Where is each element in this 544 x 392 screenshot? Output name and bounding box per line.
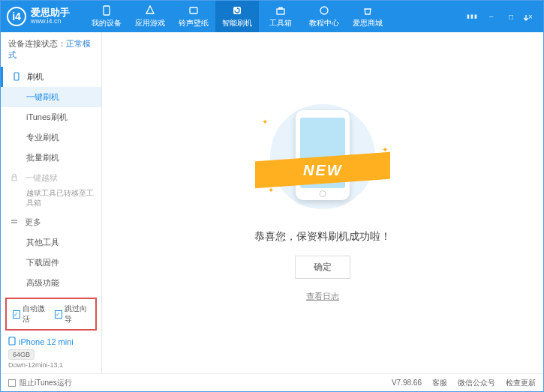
nav-label: 铃声壁纸 xyxy=(179,18,209,28)
success-illustration: ✦ ✦ ✦ NEW xyxy=(259,104,386,217)
nav-apps[interactable]: 应用游戏 xyxy=(128,1,172,32)
sidebar-item-itunes[interactable]: iTunes刷机 xyxy=(1,107,101,127)
titlebar: i4 爱思助手 www.i4.cn 我的设备 应用游戏 铃声壁纸 智能刷机 xyxy=(1,1,543,32)
ringtone-icon xyxy=(188,4,200,16)
sparkle-icon: ✦ xyxy=(262,118,268,126)
footer: 阻止iTunes运行 V7.98.66 客服 微信公众号 检查更新 xyxy=(1,373,543,391)
checkbox-label: 阻止iTunes运行 xyxy=(20,378,72,388)
app-window: i4 爱思助手 www.i4.cn 我的设备 应用游戏 铃声壁纸 智能刷机 xyxy=(0,0,544,392)
user-circle-button[interactable] xyxy=(516,40,533,56)
phone-small-icon xyxy=(12,72,21,82)
checkbox-icon: ✓ xyxy=(55,310,62,319)
connection-status: 设备连接状态：正常模式 xyxy=(1,32,101,67)
checkbox-icon: ✓ xyxy=(13,310,20,319)
device-panel[interactable]: iPhone 12 mini 64GB Down-12mini-13,1 xyxy=(1,332,101,373)
sidebar-group-flash[interactable]: 刷机 xyxy=(1,67,101,87)
options-highlight-box: ✓ 自动激活 ✓ 跳过向导 xyxy=(5,298,97,331)
device-sub: Down-12mini-13,1 xyxy=(8,361,94,369)
main-content: ✦ ✦ ✦ NEW 恭喜您，保资料刷机成功啦！ 确定 查看日志 xyxy=(102,32,543,373)
lock-icon xyxy=(10,173,19,184)
storage-badge: 64GB xyxy=(8,349,35,360)
maximize-button[interactable]: □ xyxy=(504,10,518,23)
nav-label: 智能刷机 xyxy=(222,18,252,28)
sidebar-group-more[interactable]: 更多 xyxy=(1,212,101,232)
refresh-icon xyxy=(231,4,243,16)
svg-rect-4 xyxy=(279,7,282,9)
svg-rect-1 xyxy=(190,7,197,13)
circle-buttons xyxy=(494,40,533,56)
sidebar-item-pro[interactable]: 专业刷机 xyxy=(1,127,101,148)
version-text: V7.98.66 xyxy=(392,379,422,387)
device-name: iPhone 12 mini xyxy=(8,337,94,347)
svg-rect-10 xyxy=(9,337,15,345)
minimize-button[interactable]: − xyxy=(485,10,498,23)
download-circle-button[interactable] xyxy=(494,40,510,56)
device-name-text: iPhone 12 mini xyxy=(19,337,74,346)
jailbreak-note: 越狱工具已转移至工具箱 xyxy=(1,188,101,212)
wechat-link[interactable]: 微信公众号 xyxy=(458,378,495,388)
nav-smart-flash[interactable]: 智能刷机 xyxy=(215,1,259,32)
logo-icon: i4 xyxy=(7,7,26,26)
checkbox-label: 自动激活 xyxy=(23,304,47,325)
checkbox-label: 跳过向导 xyxy=(65,304,89,325)
service-link[interactable]: 客服 xyxy=(432,378,447,388)
ok-button[interactable]: 确定 xyxy=(295,256,350,279)
app-url: www.i4.cn xyxy=(31,18,70,25)
download-icon[interactable] xyxy=(518,10,534,26)
ribbon-text: NEW xyxy=(303,161,343,178)
toolbox-icon xyxy=(275,4,287,16)
menu-button[interactable]: ▮▮▮ xyxy=(465,10,479,23)
svg-point-11 xyxy=(523,46,526,49)
app-title: 爱思助手 xyxy=(31,7,70,18)
top-nav: 我的设备 应用游戏 铃声壁纸 智能刷机 工具箱 教程中心 xyxy=(85,1,465,32)
checkbox-auto-activate[interactable]: ✓ 自动激活 xyxy=(13,304,47,325)
sidebar-item-oneclick[interactable]: 一键刷机 xyxy=(1,87,101,107)
tutorial-icon xyxy=(318,4,330,16)
svg-rect-6 xyxy=(14,73,19,80)
header-right-circles xyxy=(518,10,534,26)
apps-icon xyxy=(144,4,156,16)
view-log-link[interactable]: 查看日志 xyxy=(306,291,339,302)
group-label: 更多 xyxy=(25,217,41,228)
footer-right: V7.98.66 客服 微信公众号 检查更新 xyxy=(392,378,536,388)
nav-label: 应用游戏 xyxy=(135,18,165,28)
brand-text: 爱思助手 www.i4.cn xyxy=(31,7,70,25)
device-icon xyxy=(8,337,16,347)
sidebar-tree: 刷机 一键刷机 iTunes刷机 专业刷机 批量刷机 一键越狱 越狱工具已转移至… xyxy=(1,67,101,296)
svg-rect-3 xyxy=(277,9,284,14)
checkbox-skip-guide[interactable]: ✓ 跳过向导 xyxy=(55,304,89,325)
more-icon xyxy=(10,217,19,228)
nav-tutorial[interactable]: 教程中心 xyxy=(302,1,346,32)
success-message: 恭喜您，保资料刷机成功啦！ xyxy=(254,230,391,244)
svg-rect-7 xyxy=(12,177,17,181)
sidebar-item-batch[interactable]: 批量刷机 xyxy=(1,148,101,168)
svg-rect-0 xyxy=(104,6,110,15)
phone-icon xyxy=(101,4,113,16)
group-label: 刷机 xyxy=(27,71,44,82)
update-link[interactable]: 检查更新 xyxy=(506,378,536,388)
sidebar-group-jailbreak[interactable]: 一键越狱 xyxy=(1,168,101,188)
svg-point-5 xyxy=(320,7,328,14)
nav-ringtone[interactable]: 铃声壁纸 xyxy=(172,1,215,32)
nav-shop[interactable]: 爱思商城 xyxy=(346,1,389,32)
nav-my-device[interactable]: 我的设备 xyxy=(85,1,128,32)
group-label: 一键越狱 xyxy=(25,172,58,184)
checkbox-icon xyxy=(8,379,16,387)
nav-toolbox[interactable]: 工具箱 xyxy=(259,1,302,32)
nav-label: 爱思商城 xyxy=(353,18,383,28)
shop-icon xyxy=(362,4,374,16)
nav-label: 教程中心 xyxy=(309,18,339,28)
sidebar-item-advanced[interactable]: 高级功能 xyxy=(1,273,101,293)
body: 设备连接状态：正常模式 刷机 一键刷机 iTunes刷机 专业刷机 批量刷机 一… xyxy=(1,32,543,373)
nav-label: 工具箱 xyxy=(269,18,292,28)
sidebar: 设备连接状态：正常模式 刷机 一键刷机 iTunes刷机 专业刷机 批量刷机 一… xyxy=(1,32,102,373)
nav-label: 我的设备 xyxy=(92,18,122,28)
status-label: 设备连接状态： xyxy=(8,39,66,48)
block-itunes-checkbox[interactable]: 阻止iTunes运行 xyxy=(8,378,72,388)
sidebar-item-download[interactable]: 下载固件 xyxy=(1,253,101,273)
sidebar-item-other[interactable]: 其他工具 xyxy=(1,232,101,253)
